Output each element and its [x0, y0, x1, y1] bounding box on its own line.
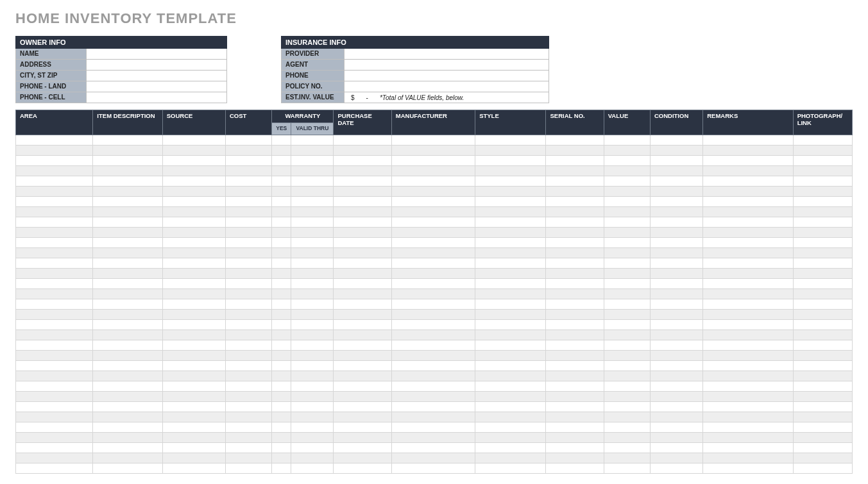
- table-cell[interactable]: [334, 453, 391, 463]
- table-cell[interactable]: [650, 432, 702, 442]
- table-cell[interactable]: [391, 247, 475, 258]
- table-cell[interactable]: [650, 206, 702, 217]
- table-cell[interactable]: [475, 432, 546, 442]
- table-cell[interactable]: [334, 360, 391, 371]
- table-cell[interactable]: [162, 319, 225, 330]
- table-cell[interactable]: [16, 463, 93, 473]
- table-cell[interactable]: [703, 217, 793, 227]
- table-cell[interactable]: [272, 340, 291, 350]
- table-cell[interactable]: [334, 186, 391, 196]
- table-cell[interactable]: [793, 371, 852, 381]
- table-cell[interactable]: [93, 135, 162, 145]
- table-cell[interactable]: [703, 412, 793, 422]
- table-cell[interactable]: [162, 463, 225, 473]
- table-cell[interactable]: [604, 360, 650, 371]
- table-cell[interactable]: [793, 350, 852, 360]
- table-cell[interactable]: [291, 135, 334, 145]
- table-cell[interactable]: [604, 155, 650, 165]
- table-cell[interactable]: [225, 288, 271, 299]
- table-cell[interactable]: [16, 247, 93, 258]
- table-cell[interactable]: [703, 319, 793, 330]
- table-cell[interactable]: [16, 155, 93, 165]
- table-cell[interactable]: [604, 381, 650, 391]
- table-cell[interactable]: [650, 196, 702, 206]
- insurance-agent-value[interactable]: [345, 60, 549, 70]
- table-cell[interactable]: [291, 145, 334, 155]
- table-cell[interactable]: [16, 217, 93, 227]
- table-cell[interactable]: [16, 432, 93, 442]
- table-cell[interactable]: [93, 401, 162, 412]
- table-cell[interactable]: [16, 258, 93, 268]
- table-cell[interactable]: [650, 186, 702, 196]
- table-cell[interactable]: [16, 196, 93, 206]
- table-cell[interactable]: [93, 165, 162, 176]
- table-cell[interactable]: [391, 350, 475, 360]
- table-cell[interactable]: [162, 412, 225, 422]
- table-cell[interactable]: [475, 309, 546, 319]
- table-cell[interactable]: [291, 176, 334, 186]
- table-cell[interactable]: [334, 176, 391, 186]
- table-cell[interactable]: [546, 288, 604, 299]
- table-cell[interactable]: [650, 217, 702, 227]
- table-cell[interactable]: [703, 381, 793, 391]
- table-cell[interactable]: [334, 135, 391, 145]
- table-cell[interactable]: [162, 196, 225, 206]
- table-cell[interactable]: [334, 340, 391, 350]
- table-cell[interactable]: [650, 145, 702, 155]
- table-cell[interactable]: [475, 371, 546, 381]
- table-cell[interactable]: [604, 340, 650, 350]
- table-cell[interactable]: [604, 145, 650, 155]
- table-cell[interactable]: [93, 463, 162, 473]
- table-cell[interactable]: [225, 299, 271, 309]
- table-cell[interactable]: [225, 442, 271, 453]
- table-cell[interactable]: [162, 217, 225, 227]
- table-cell[interactable]: [16, 371, 93, 381]
- table-cell[interactable]: [162, 278, 225, 288]
- table-cell[interactable]: [162, 350, 225, 360]
- table-cell[interactable]: [291, 360, 334, 371]
- table-cell[interactable]: [391, 422, 475, 432]
- table-cell[interactable]: [291, 155, 334, 165]
- table-cell[interactable]: [604, 330, 650, 340]
- table-cell[interactable]: [546, 463, 604, 473]
- table-cell[interactable]: [391, 432, 475, 442]
- table-cell[interactable]: [391, 412, 475, 422]
- table-cell[interactable]: [272, 186, 291, 196]
- table-cell[interactable]: [475, 350, 546, 360]
- table-cell[interactable]: [793, 330, 852, 340]
- table-cell[interactable]: [546, 381, 604, 391]
- table-cell[interactable]: [291, 412, 334, 422]
- table-cell[interactable]: [93, 381, 162, 391]
- table-cell[interactable]: [93, 206, 162, 217]
- table-cell[interactable]: [546, 442, 604, 453]
- table-cell[interactable]: [272, 258, 291, 268]
- table-cell[interactable]: [225, 371, 271, 381]
- table-cell[interactable]: [546, 247, 604, 258]
- table-cell[interactable]: [604, 371, 650, 381]
- table-cell[interactable]: [391, 391, 475, 401]
- table-cell[interactable]: [272, 268, 291, 278]
- table-cell[interactable]: [334, 422, 391, 432]
- table-cell[interactable]: [793, 247, 852, 258]
- table-cell[interactable]: [475, 401, 546, 412]
- table-cell[interactable]: [16, 268, 93, 278]
- table-cell[interactable]: [334, 463, 391, 473]
- table-cell[interactable]: [334, 401, 391, 412]
- table-cell[interactable]: [604, 463, 650, 473]
- table-cell[interactable]: [650, 247, 702, 258]
- table-cell[interactable]: [650, 135, 702, 145]
- table-cell[interactable]: [391, 196, 475, 206]
- table-cell[interactable]: [334, 350, 391, 360]
- table-cell[interactable]: [334, 165, 391, 176]
- table-cell[interactable]: [16, 401, 93, 412]
- table-cell[interactable]: [391, 165, 475, 176]
- table-cell[interactable]: [703, 278, 793, 288]
- table-cell[interactable]: [546, 145, 604, 155]
- table-cell[interactable]: [16, 391, 93, 401]
- table-cell[interactable]: [793, 186, 852, 196]
- table-cell[interactable]: [650, 422, 702, 432]
- table-cell[interactable]: [272, 463, 291, 473]
- table-cell[interactable]: [93, 186, 162, 196]
- table-cell[interactable]: [391, 186, 475, 196]
- table-cell[interactable]: [225, 422, 271, 432]
